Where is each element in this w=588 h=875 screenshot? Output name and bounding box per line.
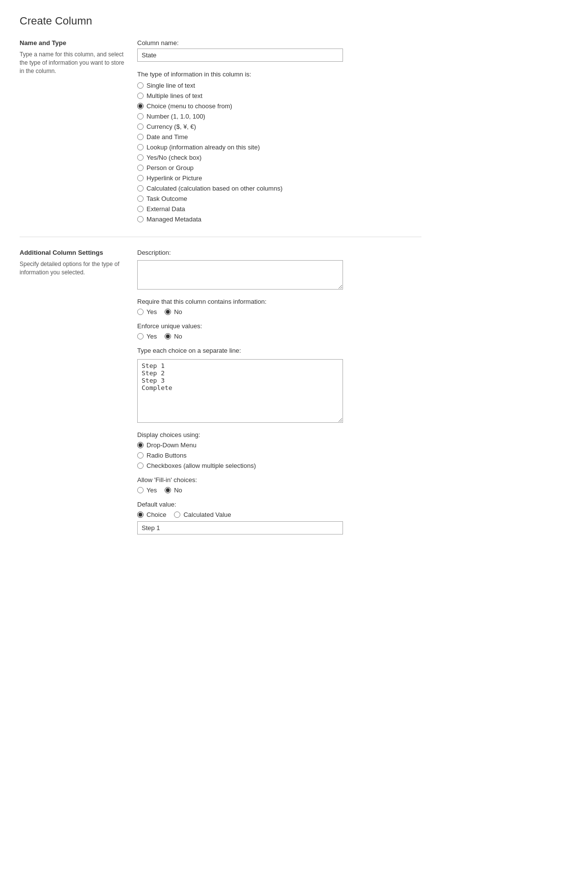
type-option-single-line[interactable]: Single line of text [137,82,421,89]
display-choices-radio-group: Drop-Down Menu Radio Buttons Checkboxes … [137,441,421,469]
type-option-yes-no[interactable]: Yes/No (check box) [137,154,421,161]
additional-settings-heading: Additional Column Settings [20,249,127,256]
name-type-label-area: Name and Type Type a name for this colum… [20,39,127,223]
type-option-lookup[interactable]: Lookup (information already on this site… [137,144,421,151]
additional-settings-content: Description: Require that this column co… [137,249,421,535]
display-checkboxes-option[interactable]: Checkboxes (allow multiple selections) [137,462,421,469]
display-dropdown-option[interactable]: Drop-Down Menu [137,441,421,449]
default-value-label: Default value: [137,501,421,508]
column-type-radio-group: Single line of text Multiple lines of te… [137,82,421,223]
default-calculated-option[interactable]: Calculated Value [174,511,231,518]
additional-settings-label-area: Additional Column Settings Specify detai… [20,249,127,535]
type-option-choice[interactable]: Choice (menu to choose from) [137,102,421,110]
default-value-input[interactable] [137,521,343,535]
require-yes-option[interactable]: Yes [137,308,157,316]
page-title: Create Column [20,15,421,27]
name-type-description: Type a name for this column, and select … [20,50,127,75]
require-radio-group: Yes No [137,308,421,316]
type-option-person-group[interactable]: Person or Group [137,164,421,171]
column-name-input[interactable] [137,49,343,62]
description-label: Description: [137,249,421,256]
type-option-number[interactable]: Number (1, 1.0, 100) [137,113,421,120]
type-info-label: The type of information in this column i… [137,71,421,78]
enforce-yes-option[interactable]: Yes [137,333,157,340]
enforce-label: Enforce unique values: [137,322,421,330]
type-option-calculated[interactable]: Calculated (calculation based on other c… [137,185,421,192]
default-type-radio-group: Choice Calculated Value [137,511,421,518]
default-choice-option[interactable]: Choice [137,511,166,518]
column-name-label: Column name: [137,39,421,47]
type-option-managed-metadata[interactable]: Managed Metadata [137,216,421,223]
fill-in-label: Allow 'Fill-in' choices: [137,476,421,484]
choices-label: Type each choice on a separate line: [137,347,421,354]
additional-settings-description: Specify detailed options for the type of… [20,260,127,277]
require-no-option[interactable]: No [165,308,182,316]
type-option-date-time[interactable]: Date and Time [137,133,421,141]
display-radio-option[interactable]: Radio Buttons [137,452,421,459]
description-textarea[interactable] [137,260,343,290]
enforce-radio-group: Yes No [137,333,421,340]
fill-in-radio-group: Yes No [137,486,421,494]
display-choices-label: Display choices using: [137,431,421,438]
require-label: Require that this column contains inform… [137,298,421,305]
additional-settings-section: Additional Column Settings Specify detai… [20,249,421,535]
name-type-content: Column name: The type of information in … [137,39,421,223]
section-divider [20,237,421,237]
name-and-type-section: Name and Type Type a name for this colum… [20,39,421,223]
name-type-heading: Name and Type [20,39,127,47]
type-option-currency[interactable]: Currency ($, ¥, €) [137,123,421,130]
choices-textarea[interactable]: Step 1 Step 2 Step 3 Complete [137,359,343,423]
type-option-hyperlink[interactable]: Hyperlink or Picture [137,174,421,182]
type-option-external-data[interactable]: External Data [137,205,421,213]
type-option-task-outcome[interactable]: Task Outcome [137,195,421,202]
enforce-no-option[interactable]: No [165,333,182,340]
fill-in-no-option[interactable]: No [165,486,182,494]
fill-in-yes-option[interactable]: Yes [137,486,157,494]
type-option-multiple-lines[interactable]: Multiple lines of text [137,92,421,99]
